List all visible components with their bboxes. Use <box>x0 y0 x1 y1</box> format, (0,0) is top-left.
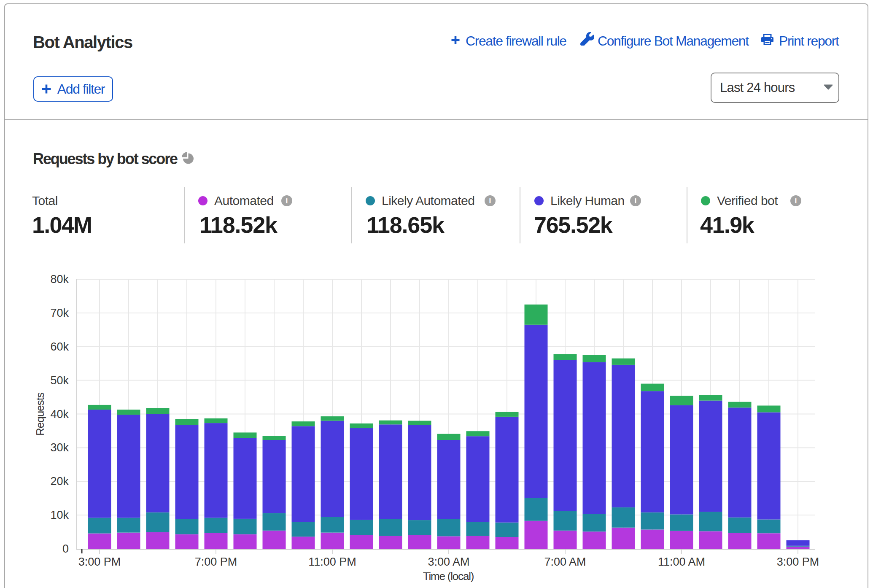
svg-text:40k: 40k <box>50 408 69 421</box>
svg-text:60k: 60k <box>50 340 69 353</box>
svg-text:7:00 PM: 7:00 PM <box>195 556 237 568</box>
svg-text:Time (local): Time (local) <box>423 570 474 583</box>
svg-text:Requests: Requests <box>34 392 46 436</box>
svg-text:80k: 80k <box>50 273 69 286</box>
svg-text:11:00 AM: 11:00 AM <box>658 556 705 568</box>
svg-text:11:00 PM: 11:00 PM <box>308 556 356 568</box>
svg-text:7:00 AM: 7:00 AM <box>544 556 586 568</box>
svg-text:70k: 70k <box>50 307 69 319</box>
svg-text:50k: 50k <box>50 374 69 387</box>
svg-text:3:00 PM: 3:00 PM <box>78 556 121 568</box>
svg-text:3:00 PM: 3:00 PM <box>777 556 819 568</box>
svg-text:20k: 20k <box>50 475 69 488</box>
svg-text:0: 0 <box>62 542 69 555</box>
svg-text:30k: 30k <box>50 441 69 454</box>
svg-text:3:00 AM: 3:00 AM <box>428 556 469 568</box>
svg-text:10k: 10k <box>50 509 69 521</box>
